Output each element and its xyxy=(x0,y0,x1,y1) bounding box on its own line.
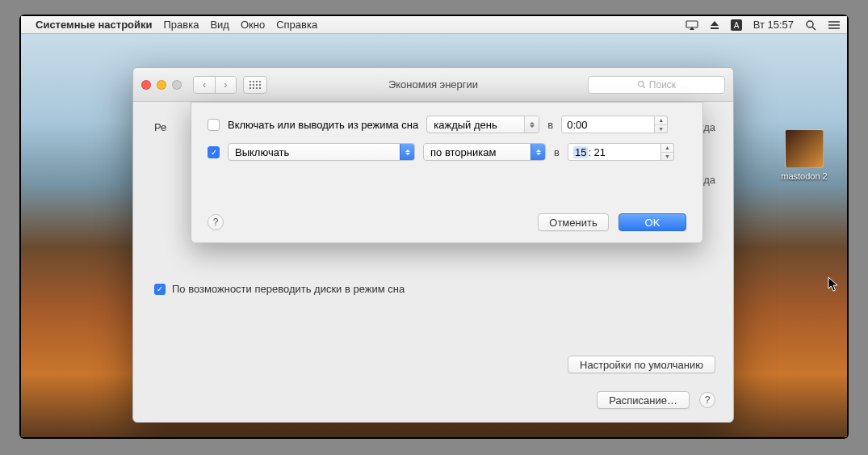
sleep-disks-checkbox[interactable]: ✓ xyxy=(154,284,166,295)
minimize-window-button[interactable] xyxy=(157,80,166,90)
close-window-button[interactable] xyxy=(141,80,151,90)
sleep-disks-label: По возможности переводить диски в режим … xyxy=(172,283,405,295)
svg-line-5 xyxy=(812,27,816,30)
svg-rect-0 xyxy=(686,21,698,27)
show-all-button[interactable] xyxy=(243,76,267,94)
menu-help[interactable]: Справка xyxy=(276,19,317,31)
shutdown-frequency-value: по вторникам xyxy=(430,146,496,158)
zoom-window-button xyxy=(172,80,182,90)
at-label: в xyxy=(547,119,553,131)
shutdown-frequency-select[interactable]: по вторникам xyxy=(423,143,546,161)
time-hours: 15 xyxy=(573,146,588,158)
app-menu[interactable]: Системные настройки xyxy=(36,19,153,31)
clock[interactable]: Вт 15:57 xyxy=(753,19,794,31)
eject-icon[interactable] xyxy=(710,20,719,30)
menu-view[interactable]: Вид xyxy=(210,19,229,31)
forward-button[interactable]: › xyxy=(215,77,236,93)
search-field[interactable]: Поиск xyxy=(588,76,725,94)
shutdown-action-value: Выключать xyxy=(235,146,289,158)
svg-text:A: A xyxy=(733,20,739,29)
obscured-label: Ре xyxy=(154,121,166,133)
desktop-file[interactable]: mastodon 2 xyxy=(776,129,832,181)
menu-window[interactable]: Окно xyxy=(241,19,265,31)
schedule-button[interactable]: Расписание… xyxy=(597,391,690,409)
shutdown-time-stepper[interactable]: ▲▼ xyxy=(661,143,674,161)
help-button[interactable]: ? xyxy=(699,392,715,408)
file-label: mastodon 2 xyxy=(776,171,832,181)
startup-checkbox[interactable] xyxy=(208,119,220,131)
svg-point-4 xyxy=(807,21,813,27)
dropdown-arrows-icon xyxy=(524,116,539,133)
back-button[interactable]: ‹ xyxy=(194,77,215,93)
svg-point-9 xyxy=(638,82,643,86)
dropdown-arrows-icon xyxy=(530,144,545,160)
shutdown-action-select[interactable]: Выключать xyxy=(228,143,415,161)
shutdown-row: ✓ Выключать по вторникам в 15: 21 ▲▼ xyxy=(208,143,686,161)
startup-label: Включать или выводить из режима сна xyxy=(228,119,418,131)
sheet-help-button[interactable]: ? xyxy=(208,214,224,230)
notification-center-icon[interactable] xyxy=(828,20,841,30)
cancel-button[interactable]: Отменить xyxy=(538,213,609,231)
shutdown-time-field[interactable]: 15: 21 xyxy=(568,143,661,161)
input-source-icon[interactable]: A xyxy=(731,19,742,31)
sleep-disks-row: ✓ По возможности переводить диски в режи… xyxy=(154,283,712,295)
shutdown-checkbox[interactable]: ✓ xyxy=(208,146,220,158)
startup-time-field[interactable]: 0:00 xyxy=(561,116,655,133)
startup-time-stepper[interactable]: ▲▼ xyxy=(655,116,668,133)
spotlight-icon[interactable] xyxy=(805,19,816,31)
cursor-icon xyxy=(828,276,839,293)
file-thumbnail-icon xyxy=(785,129,824,168)
svg-rect-1 xyxy=(711,27,719,29)
dropdown-arrows-icon xyxy=(400,144,414,160)
startup-frequency-value: каждый день xyxy=(434,119,497,131)
startup-row: Включать или выводить из режима сна кажд… xyxy=(208,116,686,133)
airplay-icon[interactable] xyxy=(686,20,698,30)
nav-segment: ‹ › xyxy=(193,76,237,94)
restore-defaults-button[interactable]: Настройки по умолчанию xyxy=(568,356,715,373)
menubar: Системные настройки Правка Вид Окно Спра… xyxy=(21,16,847,34)
startup-frequency-select[interactable]: каждый день xyxy=(426,116,539,133)
svg-line-10 xyxy=(643,86,645,88)
schedule-sheet: Включать или выводить из режима сна кажд… xyxy=(191,102,703,243)
search-placeholder: Поиск xyxy=(649,79,676,91)
ok-button[interactable]: OK xyxy=(619,213,686,231)
at-label-2: в xyxy=(554,146,560,158)
window-toolbar: ‹ › Экономия энергии Поиск xyxy=(133,68,733,102)
time-minutes: 21 xyxy=(594,146,606,158)
menu-edit[interactable]: Правка xyxy=(164,19,199,31)
